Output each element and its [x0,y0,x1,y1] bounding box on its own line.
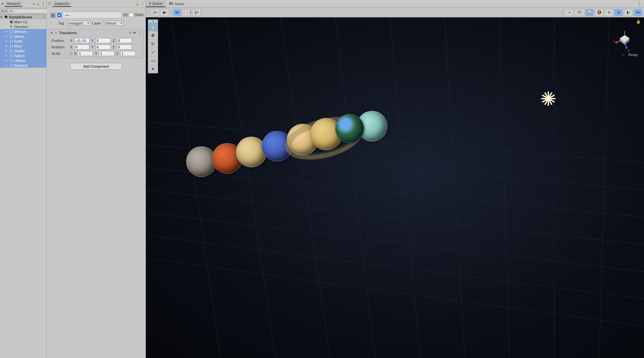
hierarchy-item-uranus[interactable]: ▸▢Uranus [0,58,46,63]
gizmos-button[interactable]: ⊕▾ [634,9,642,16]
persp-arrow-icon[interactable]: ◁ [622,53,624,56]
add-component-button[interactable]: Add Component [70,63,122,70]
expand-arrow-icon[interactable]: ▸ [6,44,9,47]
tab-game[interactable]: 🎮 Game [166,1,187,7]
static-label: Static [135,13,144,17]
debug-draw-button[interactable]: ○▾ [565,9,573,16]
transform-tool-button[interactable]: ✦ [148,65,158,73]
scene-viewport[interactable]: ✋ ✥ ↻ ⤢ ▭ ✦ x z [146,17,644,358]
static-checkbox[interactable] [129,13,133,17]
camera-settings-button[interactable]: ▮▾ [624,9,632,16]
perspective-label[interactable]: Persp [628,53,638,57]
scene-root[interactable]: ▾ ⬢ SampleScene ⋮ [0,15,46,19]
svg-marker-17 [615,41,617,44]
layer-dropdown[interactable]: Default [103,21,124,26]
tag-dropdown[interactable]: Untagged [66,21,90,26]
hierarchy-item-main-ca[interactable]: ▣Main Ca [0,19,46,24]
hierarchy-item-jupiter[interactable]: ▸▢Jupiter [0,48,46,53]
scale-tool-button[interactable]: ⤢ [148,48,158,56]
expand-arrow-icon[interactable]: ▸ [6,54,9,57]
expand-arrow-icon[interactable]: ▾ [1,15,4,18]
directional-light-gizmo[interactable] [541,92,555,106]
snap-increment-button[interactable]: ⋮⋮▾ [183,9,191,16]
rotation-z-input[interactable] [117,44,132,50]
draw-mode-button[interactable]: ◫▾ [151,9,159,16]
hierarchy-menu-icon[interactable]: ⋮ [41,2,45,6]
rect-tool-button[interactable]: ▭ [148,56,158,65]
transform-gizmo-icon: ⊹ [54,31,57,35]
planet-venus[interactable] [236,137,267,167]
position-label: Position [52,39,68,43]
gameobject-active-checkbox[interactable] [57,13,62,17]
audio-toggle-button[interactable]: 🔇 [595,9,603,16]
expand-arrow-icon[interactable]: ▸ [6,30,9,33]
position-z-input[interactable] [117,38,132,43]
scene-menu-icon[interactable]: ⋮ [42,15,46,19]
grid-snap-button[interactable]: ⊞▾ [173,9,181,16]
position-x-input[interactable] [74,38,90,43]
gameobject-icon: ▢ [9,63,14,67]
gamepad-icon: 🎮 [169,2,173,6]
inspector-lock-icon[interactable]: 🔓 [135,2,139,5]
scale-link-icon[interactable]: ⛓ [70,52,73,55]
hierarchy-item-direction[interactable]: ☀Direction [0,24,46,29]
inspector-tab[interactable]: Inspector [53,1,71,7]
hierarchy-item-label: Main Ca [14,20,27,24]
position-y-input[interactable] [95,38,111,43]
gameobject-icon: ▢ [9,49,14,53]
add-dropdown-icon[interactable]: ▾ [5,10,6,13]
move-tool-button[interactable]: ✥ [148,31,158,40]
hierarchy-item-saturn[interactable]: ▸▢Saturn [0,53,46,58]
scale-z-input[interactable] [120,51,136,56]
2d-toggle-button[interactable]: 2D [574,9,584,16]
rotate-tool-button[interactable]: ↻ [148,40,158,48]
inspector-panel: ⓘ Inspector 🔓 ⋮ ▣ (8) Static ▾ Tag Untag… [47,0,146,358]
svg-marker-19 [625,47,628,49]
hierarchy-item-neptune[interactable]: ▸▢Neptune [0,63,46,68]
component-help-icon[interactable]: ? [129,31,131,35]
orientation-gizmo[interactable]: x z [612,27,638,56]
hierarchy-icon: ≡ [1,2,4,6]
gameobject-icon: ▢ [9,29,14,34]
hierarchy-panel: ≡ Hierarch ▸ 🔓 ⋮ + ▾ ⊡ ▾ ⬢ SampleScene ⋮… [0,0,47,358]
hierarchy-next-icon[interactable]: ▸ [33,2,35,5]
component-menu-icon[interactable]: ⋮ [138,31,141,35]
tool-palette[interactable]: ✋ ✥ ↻ ⤢ ▭ ✦ [148,19,158,73]
component-foldout-icon[interactable]: ▾ [51,31,52,34]
inspector-menu-icon[interactable]: ⋮ [140,2,144,6]
add-icon[interactable]: + [1,8,4,14]
rotation-y-input[interactable] [95,44,111,50]
expand-arrow-icon[interactable]: ▸ [6,49,9,52]
hierarchy-item-mercury[interactable]: ▸▢Mercury [0,29,46,34]
planet-earth[interactable] [335,114,364,143]
gameobject-name-input[interactable] [63,12,122,18]
grid-visibility-button[interactable]: ╫▾ [192,9,201,16]
rotation-x-input[interactable] [74,44,90,50]
x-axis-label: X [70,39,73,43]
hierarchy-item-label: Saturn [14,54,24,58]
scale-x-input[interactable] [78,51,93,56]
hidden-objects-button[interactable]: 👁 [614,9,623,16]
selection-count: (8) [123,13,128,17]
shading-mode-button[interactable]: ▣▾ [160,9,169,16]
component-preset-icon[interactable]: ⇹ [133,31,136,35]
hand-tool-button[interactable]: ✋ [148,23,158,31]
fx-toggle-button[interactable]: ≋ [605,9,613,16]
planets-group[interactable] [146,17,644,358]
expand-arrow-icon[interactable]: ▸ [6,40,9,43]
tab-scene[interactable]: # Scene [146,1,166,7]
hierarchy-lock-icon[interactable]: 🔓 [36,2,40,5]
expand-arrow-icon[interactable]: ▸ [6,35,9,38]
hierarchy-tab[interactable]: Hierarch [5,1,22,7]
hierarchy-tree: ▾ ⬢ SampleScene ⋮ ▣Main Ca☀Direction▸▢Me… [0,15,46,358]
hierarchy-item-mars[interactable]: ▸▢Mars [0,44,46,48]
hierarchy-item-venus[interactable]: ▸▢Venus [0,34,46,39]
hierarchy-item-earth[interactable]: ▸▢Earth [0,39,46,44]
expand-arrow-icon[interactable]: ▸ [6,59,9,62]
expand-arrow-icon[interactable]: ▸ [6,64,9,67]
scene-panel-menu-icon[interactable]: ⋮ [635,2,644,6]
palette-drag-handle[interactable] [148,20,158,23]
viewport-lock-icon[interactable]: 🔒 [636,19,641,24]
scale-y-input[interactable] [99,51,114,56]
lighting-toggle-button[interactable]: 💡 [585,9,594,16]
